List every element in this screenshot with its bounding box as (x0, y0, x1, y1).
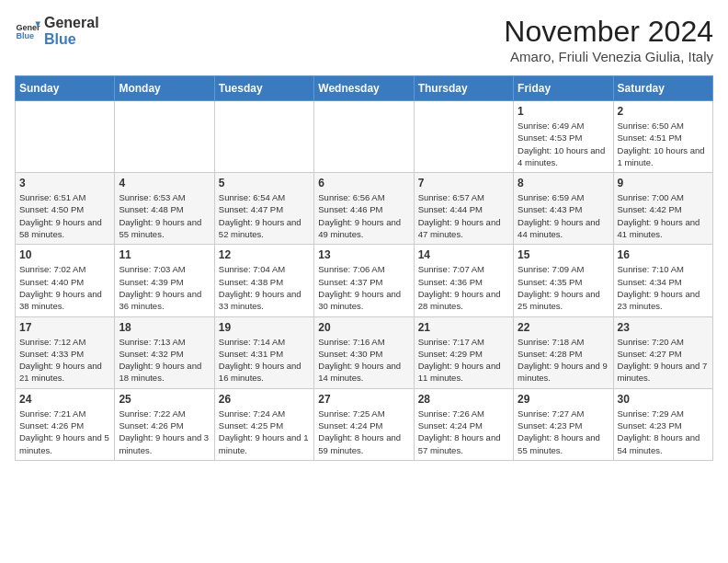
day-number: 12 (219, 248, 310, 261)
calendar-day-6: 6Sunrise: 6:56 AM Sunset: 4:46 PM Daylig… (314, 173, 414, 245)
day-number: 23 (618, 321, 709, 334)
calendar-day-15: 15Sunrise: 7:09 AM Sunset: 4:35 PM Dayli… (514, 245, 613, 316)
day-number: 4 (119, 177, 210, 190)
logo-blue-text: Blue (44, 31, 99, 48)
day-number: 20 (318, 321, 409, 334)
calendar-day-9: 9Sunrise: 7:00 AM Sunset: 4:42 PM Daylig… (613, 173, 712, 245)
day-info: Sunrise: 6:50 AM Sunset: 4:51 PM Dayligh… (618, 120, 709, 168)
calendar-table: SundayMondayTuesdayWednesdayThursdayFrid… (15, 75, 713, 461)
day-info: Sunrise: 7:02 AM Sunset: 4:40 PM Dayligh… (19, 263, 110, 312)
day-number: 5 (219, 177, 310, 190)
logo-general-text: General (44, 15, 99, 31)
day-number: 18 (119, 321, 210, 334)
day-info: Sunrise: 6:57 AM Sunset: 4:44 PM Dayligh… (418, 191, 509, 240)
logo-icon: General Blue (15, 18, 40, 44)
day-number: 24 (19, 393, 110, 406)
day-info: Sunrise: 7:07 AM Sunset: 4:36 PM Dayligh… (418, 263, 509, 312)
day-number: 26 (219, 393, 310, 406)
weekday-header-wednesday: Wednesday (314, 76, 414, 101)
weekday-header-row: SundayMondayTuesdayWednesdayThursdayFrid… (16, 76, 713, 101)
calendar-day-22: 22Sunrise: 7:18 AM Sunset: 4:28 PM Dayli… (514, 316, 613, 388)
day-number: 15 (518, 248, 609, 261)
weekday-header-thursday: Thursday (414, 76, 513, 101)
calendar-body: 1Sunrise: 6:49 AM Sunset: 4:53 PM Daylig… (16, 101, 713, 461)
empty-cell (214, 101, 313, 173)
weekday-header-tuesday: Tuesday (214, 76, 313, 101)
day-info: Sunrise: 7:24 AM Sunset: 4:25 PM Dayligh… (219, 408, 310, 456)
day-info: Sunrise: 7:21 AM Sunset: 4:26 PM Dayligh… (19, 408, 110, 456)
day-info: Sunrise: 7:29 AM Sunset: 4:23 PM Dayligh… (618, 408, 709, 456)
day-info: Sunrise: 7:13 AM Sunset: 4:32 PM Dayligh… (119, 336, 210, 385)
day-number: 29 (518, 393, 609, 406)
day-info: Sunrise: 6:51 AM Sunset: 4:50 PM Dayligh… (19, 191, 110, 240)
calendar-day-5: 5Sunrise: 6:54 AM Sunset: 4:47 PM Daylig… (214, 173, 313, 245)
empty-cell (16, 101, 115, 173)
calendar-day-3: 3Sunrise: 6:51 AM Sunset: 4:50 PM Daylig… (16, 173, 115, 245)
calendar-week-row: 17Sunrise: 7:12 AM Sunset: 4:33 PM Dayli… (16, 316, 713, 388)
day-info: Sunrise: 6:56 AM Sunset: 4:46 PM Dayligh… (318, 191, 409, 240)
day-number: 25 (119, 393, 210, 406)
day-number: 28 (418, 393, 509, 406)
day-info: Sunrise: 7:09 AM Sunset: 4:35 PM Dayligh… (518, 263, 609, 312)
page-header: General Blue General Blue November 2024 … (15, 15, 713, 64)
day-info: Sunrise: 6:59 AM Sunset: 4:43 PM Dayligh… (518, 191, 609, 240)
day-info: Sunrise: 7:26 AM Sunset: 4:24 PM Dayligh… (418, 408, 509, 456)
calendar-day-7: 7Sunrise: 6:57 AM Sunset: 4:44 PM Daylig… (414, 173, 513, 245)
calendar-day-18: 18Sunrise: 7:13 AM Sunset: 4:32 PM Dayli… (115, 316, 214, 388)
title-area: November 2024 Amaro, Friuli Venezia Giul… (504, 15, 713, 64)
svg-text:Blue: Blue (16, 31, 34, 40)
day-number: 8 (518, 177, 609, 190)
day-info: Sunrise: 6:54 AM Sunset: 4:47 PM Dayligh… (219, 191, 310, 240)
day-info: Sunrise: 7:14 AM Sunset: 4:31 PM Dayligh… (219, 336, 310, 385)
calendar-day-16: 16Sunrise: 7:10 AM Sunset: 4:34 PM Dayli… (613, 245, 712, 316)
calendar-day-20: 20Sunrise: 7:16 AM Sunset: 4:30 PM Dayli… (314, 316, 414, 388)
calendar-day-27: 27Sunrise: 7:25 AM Sunset: 4:24 PM Dayli… (314, 388, 414, 460)
location-subtitle: Amaro, Friuli Venezia Giulia, Italy (504, 49, 713, 64)
calendar-week-row: 3Sunrise: 6:51 AM Sunset: 4:50 PM Daylig… (16, 173, 713, 245)
calendar-day-11: 11Sunrise: 7:03 AM Sunset: 4:39 PM Dayli… (115, 245, 214, 316)
weekday-header-saturday: Saturday (613, 76, 712, 101)
empty-cell (314, 101, 414, 173)
month-year-title: November 2024 (504, 15, 713, 49)
day-info: Sunrise: 7:10 AM Sunset: 4:34 PM Dayligh… (618, 263, 709, 312)
day-info: Sunrise: 7:12 AM Sunset: 4:33 PM Dayligh… (19, 336, 110, 385)
empty-cell (414, 101, 513, 173)
calendar-day-10: 10Sunrise: 7:02 AM Sunset: 4:40 PM Dayli… (16, 245, 115, 316)
calendar-day-12: 12Sunrise: 7:04 AM Sunset: 4:38 PM Dayli… (214, 245, 313, 316)
day-info: Sunrise: 7:00 AM Sunset: 4:42 PM Dayligh… (618, 191, 709, 240)
calendar-day-26: 26Sunrise: 7:24 AM Sunset: 4:25 PM Dayli… (214, 388, 313, 460)
calendar-day-24: 24Sunrise: 7:21 AM Sunset: 4:26 PM Dayli… (16, 388, 115, 460)
calendar-week-row: 1Sunrise: 6:49 AM Sunset: 4:53 PM Daylig… (16, 101, 713, 173)
calendar-day-29: 29Sunrise: 7:27 AM Sunset: 4:23 PM Dayli… (514, 388, 613, 460)
calendar-day-23: 23Sunrise: 7:20 AM Sunset: 4:27 PM Dayli… (613, 316, 712, 388)
day-info: Sunrise: 7:17 AM Sunset: 4:29 PM Dayligh… (418, 336, 509, 385)
weekday-header-monday: Monday (115, 76, 214, 101)
day-info: Sunrise: 7:03 AM Sunset: 4:39 PM Dayligh… (119, 263, 210, 312)
day-info: Sunrise: 6:53 AM Sunset: 4:48 PM Dayligh… (119, 191, 210, 240)
calendar-day-28: 28Sunrise: 7:26 AM Sunset: 4:24 PM Dayli… (414, 388, 513, 460)
day-number: 9 (618, 177, 709, 190)
day-number: 1 (518, 105, 609, 118)
empty-cell (115, 101, 214, 173)
day-number: 22 (518, 321, 609, 334)
day-number: 6 (318, 177, 409, 190)
day-number: 7 (418, 177, 509, 190)
day-info: Sunrise: 7:20 AM Sunset: 4:27 PM Dayligh… (618, 336, 709, 385)
calendar-header: SundayMondayTuesdayWednesdayThursdayFrid… (16, 76, 713, 101)
calendar-week-row: 24Sunrise: 7:21 AM Sunset: 4:26 PM Dayli… (16, 388, 713, 460)
calendar-day-8: 8Sunrise: 6:59 AM Sunset: 4:43 PM Daylig… (514, 173, 613, 245)
day-number: 11 (119, 248, 210, 261)
day-info: Sunrise: 7:04 AM Sunset: 4:38 PM Dayligh… (219, 263, 310, 312)
calendar-day-30: 30Sunrise: 7:29 AM Sunset: 4:23 PM Dayli… (613, 388, 712, 460)
day-number: 3 (19, 177, 110, 190)
day-info: Sunrise: 7:06 AM Sunset: 4:37 PM Dayligh… (318, 263, 409, 312)
day-number: 10 (19, 248, 110, 261)
day-number: 14 (418, 248, 509, 261)
day-number: 16 (618, 248, 709, 261)
weekday-header-friday: Friday (514, 76, 613, 101)
calendar-day-1: 1Sunrise: 6:49 AM Sunset: 4:53 PM Daylig… (514, 101, 613, 173)
day-number: 19 (219, 321, 310, 334)
day-number: 30 (618, 393, 709, 406)
calendar-day-17: 17Sunrise: 7:12 AM Sunset: 4:33 PM Dayli… (16, 316, 115, 388)
calendar-day-25: 25Sunrise: 7:22 AM Sunset: 4:26 PM Dayli… (115, 388, 214, 460)
